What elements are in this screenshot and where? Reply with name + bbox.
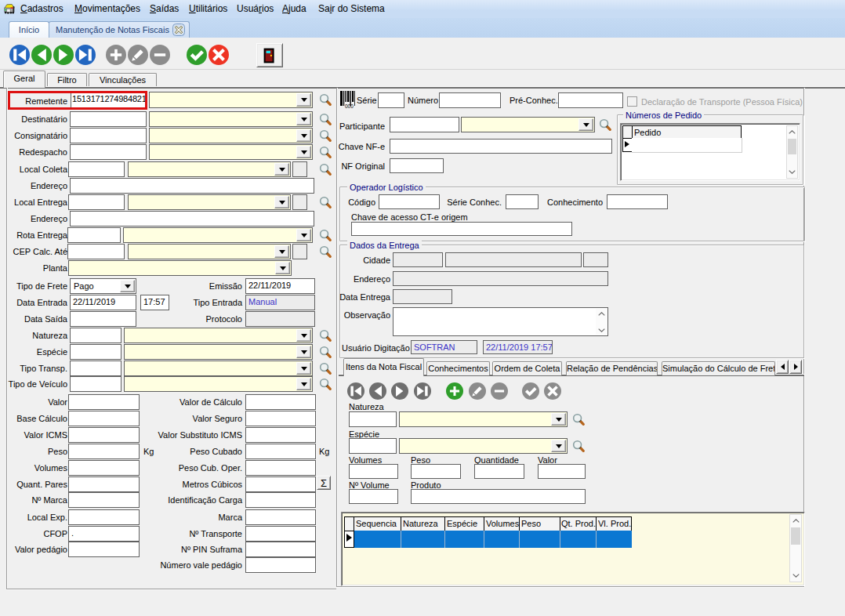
dropdown-button[interactable]: [296, 113, 311, 125]
especie-combo[interactable]: [124, 344, 313, 360]
valor-substituto-input[interactable]: [245, 427, 316, 443]
remetente-search-icon[interactable]: [318, 92, 333, 107]
numero-vale-pedagio-input[interactable]: [245, 557, 316, 573]
items-delete-button[interactable]: [491, 382, 508, 400]
items-n-volume-input[interactable]: [349, 489, 398, 504]
cfop-input[interactable]: .: [68, 526, 140, 542]
confirm-button[interactable]: [187, 45, 207, 65]
scroll-up-button[interactable]: [596, 309, 607, 318]
pedidos-grid-row[interactable]: [632, 138, 742, 153]
last-record-button[interactable]: [75, 45, 96, 65]
items-especie-search-icon[interactable]: [571, 439, 586, 454]
tipo-veiculo-search-icon[interactable]: [318, 377, 333, 392]
peso-cubado-input[interactable]: [245, 444, 316, 459]
tab-relacao-pendencias[interactable]: Relação de Pendências: [566, 361, 658, 375]
redespacho-input[interactable]: [70, 144, 147, 160]
tab-simulacao-calculo[interactable]: Simulação do Cálculo de Fret: [662, 361, 775, 375]
n-pin-suframa-input[interactable]: [245, 542, 316, 557]
chave-nfe-input[interactable]: [390, 139, 612, 154]
data-saida-input[interactable]: [70, 311, 136, 327]
consignatario-input[interactable]: [70, 128, 147, 143]
edit-record-button[interactable]: [128, 45, 148, 65]
chave-cte-input[interactable]: [351, 222, 572, 236]
consignatario-search-icon[interactable]: [318, 129, 333, 143]
first-record-button[interactable]: [9, 45, 30, 65]
participante-search-icon[interactable]: [598, 118, 613, 132]
planta-combo[interactable]: [68, 260, 292, 276]
natureza-input[interactable]: [70, 328, 121, 343]
items-natureza-combo[interactable]: [399, 411, 568, 427]
numero-input[interactable]: [439, 92, 501, 108]
local-coleta-search-icon[interactable]: [318, 162, 333, 177]
menu-usuarios[interactable]: Usuários: [237, 0, 274, 17]
items-first-button[interactable]: [347, 382, 364, 400]
items-grid[interactable]: Sequencia Natureza Espécie Volumes Peso …: [341, 512, 805, 586]
exit-button[interactable]: [256, 43, 283, 67]
observacao-scrollbar[interactable]: [596, 309, 607, 335]
items-add-button[interactable]: [446, 382, 463, 400]
scroll-down-button[interactable]: [596, 325, 607, 335]
items-natureza-input[interactable]: [349, 411, 397, 427]
pedidos-grid[interactable]: Pedido: [620, 123, 800, 181]
sigma-button[interactable]: Σ: [317, 476, 331, 490]
local-exp-input[interactable]: [68, 509, 140, 525]
scroll-up-button[interactable]: [787, 126, 797, 138]
dropdown-button[interactable]: [296, 362, 311, 375]
endereco-coleta-input[interactable]: [70, 178, 314, 194]
dropdown-button[interactable]: [551, 440, 566, 452]
tab-scroll-left-button[interactable]: [776, 360, 789, 374]
pedidos-grid-scrollbar[interactable]: [786, 125, 798, 179]
tab-manutencao-notas-fiscais[interactable]: Manutenção de Notas Fiscais: [49, 21, 190, 38]
items-next-button[interactable]: [391, 382, 408, 400]
rota-entrega-input[interactable]: [67, 227, 121, 243]
dropdown-button[interactable]: [551, 413, 566, 426]
conhecimento-input[interactable]: [607, 194, 668, 209]
dropdown-button[interactable]: [274, 245, 289, 258]
tipo-veiculo-input[interactable]: [70, 376, 121, 392]
menu-utilitarios[interactable]: Utilitários: [189, 0, 227, 17]
items-valor-input[interactable]: [538, 464, 586, 479]
items-edit-button[interactable]: [469, 382, 486, 400]
valor-calculo-input[interactable]: [245, 394, 316, 410]
serie-input[interactable]: [378, 92, 404, 108]
dropdown-button[interactable]: [296, 93, 311, 107]
menu-sair[interactable]: Sair do Sistema: [318, 0, 385, 17]
redespacho-search-icon[interactable]: [318, 145, 333, 160]
valor-pedagio-input[interactable]: [68, 542, 140, 557]
tipo-frete-combo[interactable]: Pago: [70, 278, 136, 294]
redespacho-combo[interactable]: [149, 144, 313, 160]
pre-conhec-input[interactable]: [558, 92, 623, 108]
add-record-button[interactable]: [106, 45, 126, 65]
local-entrega-input[interactable]: [68, 194, 125, 210]
valor-seguro-input[interactable]: [245, 411, 316, 426]
tab-geral[interactable]: Geral: [3, 71, 45, 88]
tab-scroll-right-button[interactable]: [789, 360, 802, 374]
dropdown-button[interactable]: [296, 229, 311, 241]
destinatario-search-icon[interactable]: [318, 112, 333, 127]
cep-calc-input[interactable]: [67, 244, 125, 259]
close-icon[interactable]: [172, 24, 185, 36]
consignatario-combo[interactable]: [149, 128, 313, 143]
tipo-transp-combo[interactable]: [124, 361, 313, 376]
participante-input[interactable]: [390, 117, 459, 132]
emissao-input[interactable]: 22/11/2019: [245, 278, 315, 294]
scrollbar-thumb[interactable]: [788, 139, 796, 154]
local-coleta-combo[interactable]: [128, 161, 291, 177]
base-calculo-input[interactable]: [68, 411, 140, 426]
dropdown-button[interactable]: [296, 129, 311, 142]
n-transporte-input[interactable]: [245, 526, 316, 542]
volumes-input[interactable]: [68, 460, 140, 476]
menu-cadastros[interactable]: Cadastros: [20, 0, 63, 17]
data-entrada-input[interactable]: 22/11/2019: [70, 295, 136, 310]
tab-inicio[interactable]: Início: [9, 21, 49, 38]
dropdown-button[interactable]: [120, 280, 135, 292]
codigo-input[interactable]: [379, 194, 440, 209]
rota-entrega-search-icon[interactable]: [318, 228, 333, 243]
scrollbar-thumb[interactable]: [791, 527, 800, 545]
endereco-entrega-input[interactable]: [70, 211, 314, 226]
items-confirm-button[interactable]: [522, 382, 539, 400]
destinatario-input[interactable]: [70, 111, 147, 127]
prior-record-button[interactable]: [31, 45, 52, 65]
natureza-combo[interactable]: [124, 328, 313, 343]
tab-ordem-coleta[interactable]: Ordem de Coleta: [492, 361, 562, 375]
